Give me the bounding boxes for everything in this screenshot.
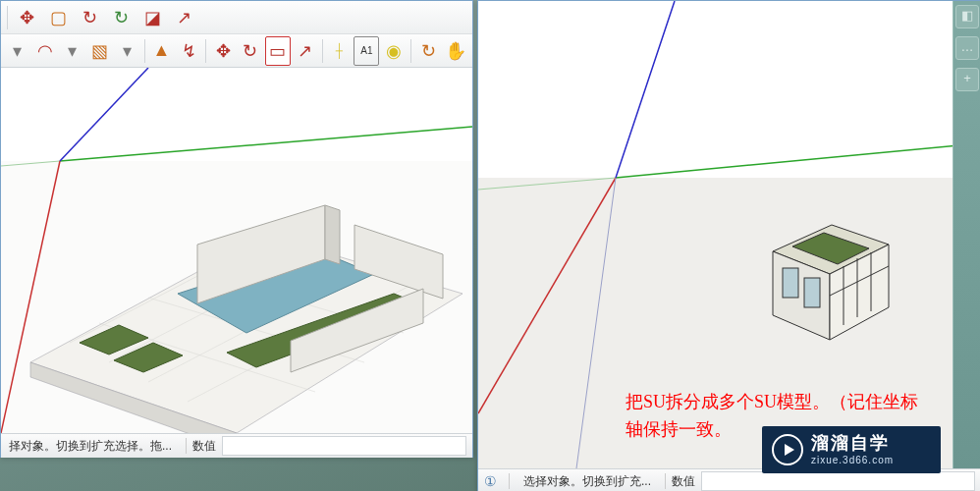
value-label: 数值 [672,473,695,490]
shape-tool-icon[interactable]: ▧ [87,36,113,66]
tray-tab-icon[interactable]: ◧ [955,5,979,28]
value-input[interactable] [701,471,975,491]
scene-left [1,68,472,433]
watermark-badge: 溜溜自学 zixue.3d66.com [762,426,941,473]
toolbar-left-row1: ✥ ▢ ↻ ↻ ◪ ↗ [1,1,472,34]
tray-tab-icon[interactable]: + [955,68,979,91]
protractor-icon[interactable]: ◉ [381,36,407,66]
watermark-title: 溜溜自学 [811,433,894,455]
toolbar-separator [7,6,8,29]
svg-rect-20 [783,268,798,298]
watermark-url: zixue.3d66.com [811,455,894,466]
play-icon [772,434,803,465]
paint-bucket-icon[interactable]: ▲ [148,36,174,66]
scale-tool-icon[interactable]: ▭ [265,36,291,66]
rect-red-icon[interactable]: ◪ [137,3,167,32]
scene-right [478,1,980,468]
status-separator [509,473,510,489]
viewport-left[interactable] [1,68,472,433]
tray-tab-icon[interactable]: … [955,36,979,60]
help-icon[interactable]: ① [478,473,503,489]
eraser-icon[interactable]: ↯ [176,36,201,66]
value-label: 数值 [192,438,216,455]
dropdown-icon[interactable]: ▾ [60,36,85,66]
svg-rect-14 [478,178,980,468]
rotate-tool-icon[interactable]: ↻ [238,36,263,66]
statusbar-left: 择对象。切换到扩充选择。拖... 数值 [1,433,472,458]
toolbar-separator [144,39,145,63]
status-separator [186,438,187,454]
status-hint: 选择对象。切换到扩充... [516,473,659,490]
tape-measure-icon[interactable]: ⟊ [327,36,353,66]
dropdown-icon[interactable]: ▾ [5,36,30,66]
toolbar-separator [322,39,323,63]
svg-rect-21 [804,278,820,307]
sketchup-window-left: ✥ ▢ ↻ ↻ ◪ ↗ ▾ ◠ ▾ ▧ ▾ ▲ ↯ ✥ ↻ ▭ ↗ ⟊ A1 ◉ [0,0,473,458]
dropdown-icon[interactable]: ▾ [115,36,140,66]
status-separator [665,473,666,489]
offset-tool-icon[interactable]: ↗ [293,36,318,66]
value-input[interactable] [222,436,466,456]
toolbar-left-row2: ▾ ◠ ▾ ▧ ▾ ▲ ↯ ✥ ↻ ▭ ↗ ⟊ A1 ◉ ↻ ✋ [1,34,472,68]
toolbar-separator [410,39,411,63]
tray-strip: ◧ … + [953,1,980,468]
sketchup-window-right: 把SU拆分成多个SU模型。（记住坐标 轴保持一致。 ◧ … + ① 选择对象。切… [477,0,980,491]
pan-hand-icon[interactable]: ✋ [443,36,468,66]
move-tool-icon[interactable]: ✥ [210,36,236,66]
move-tool-icon[interactable]: ✥ [12,3,41,32]
desktop: ✥ ▢ ↻ ↻ ◪ ↗ ▾ ◠ ▾ ▧ ▾ ▲ ↯ ✥ ↻ ▭ ↗ ⟊ A1 ◉ [0,0,980,491]
status-hint: 择对象。切换到扩充选择。拖... [1,438,180,455]
toolbar-separator [205,39,206,63]
rotate-red-icon[interactable]: ↻ [75,3,104,32]
orbit-icon[interactable]: ↻ [415,36,441,66]
arrow-icon[interactable]: ↗ [169,3,198,32]
arc-tool-icon[interactable]: ◠ [32,36,58,66]
viewport-right[interactable]: 把SU拆分成多个SU模型。（记住坐标 轴保持一致。 ◧ … + [478,1,980,468]
text-tool-icon[interactable]: A1 [354,36,379,66]
rotate-green-icon[interactable]: ↻ [106,3,136,32]
rectangle-tool-icon[interactable]: ▢ [43,3,73,32]
